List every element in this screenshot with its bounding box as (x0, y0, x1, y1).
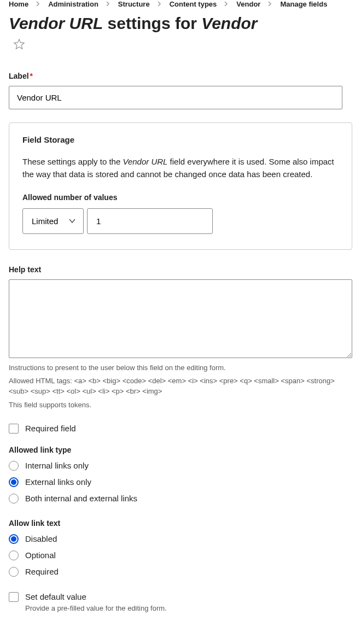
field-storage-fieldset: Field Storage These settings apply to th… (9, 122, 352, 250)
breadcrumb-item-home[interactable]: Home (9, 0, 28, 8)
label-input[interactable] (9, 86, 342, 109)
breadcrumb-item-vendor[interactable]: Vendor (236, 0, 260, 8)
set-default-value-checkbox-row[interactable]: Set default value (9, 592, 352, 602)
breadcrumb-item-structure[interactable]: Structure (118, 0, 150, 8)
radio-label: Optional (25, 551, 56, 560)
chevron-right-icon (32, 0, 45, 8)
radio-label: Internal links only (25, 461, 89, 470)
breadcrumb-item-manage-fields[interactable]: Manage fields (280, 0, 327, 8)
breadcrumb-item-content-types[interactable]: Content types (170, 0, 217, 8)
breadcrumb: Home Administration Structure Content ty… (0, 0, 361, 8)
radio-both-links[interactable]: Both internal and external links (9, 494, 352, 504)
field-storage-description: These settings apply to the Vendor URL f… (22, 155, 339, 181)
help-text-desc-1: Instructions to present to the user belo… (9, 363, 352, 373)
radio-link-text-disabled[interactable]: Disabled (9, 534, 352, 544)
radio-link-text-optional[interactable]: Optional (9, 551, 352, 560)
label-text: Label (9, 72, 29, 80)
chevron-right-icon (220, 0, 233, 8)
required-field-checkbox[interactable] (9, 424, 19, 434)
radio-internal-links[interactable]: Internal links only (9, 461, 352, 471)
radio-label: External links only (25, 477, 91, 487)
chevron-right-icon (264, 0, 277, 8)
radio-label: Both internal and external links (25, 494, 137, 503)
set-default-value-label: Set default value (25, 592, 86, 601)
help-text-desc-3: This field supports tokens. (9, 400, 352, 411)
page-title-middle: settings for (103, 14, 201, 32)
set-default-value-checkbox[interactable] (9, 592, 19, 602)
allowed-link-type-title: Allowed link type (9, 446, 352, 454)
radio-external-links[interactable]: External links only (9, 477, 352, 487)
breadcrumb-item-administration[interactable]: Administration (48, 0, 98, 8)
help-text-textarea[interactable] (9, 279, 352, 358)
radio-link-text-required[interactable]: Required (9, 567, 352, 577)
storage-desc-prefix: These settings apply to the (22, 157, 123, 166)
allowed-values-label: Allowed number of values (22, 193, 339, 202)
help-text-label: Help text (9, 265, 352, 274)
page-title-field-name: Vendor URL (9, 14, 103, 32)
chevron-right-icon (153, 0, 166, 8)
required-marker: * (30, 72, 33, 80)
cardinality-select[interactable]: Limited (22, 208, 84, 234)
required-field-label: Required field (25, 424, 76, 433)
radio-icon[interactable] (9, 461, 19, 471)
storage-desc-field-name: Vendor URL (123, 157, 167, 166)
radio-label: Required (25, 567, 59, 576)
label-field-label: Label* (9, 72, 352, 80)
page-title: Vendor URL settings for Vendor (0, 8, 361, 36)
radio-icon-checked[interactable] (9, 534, 19, 544)
field-storage-legend: Field Storage (22, 135, 339, 144)
radio-icon[interactable] (9, 567, 19, 577)
allow-link-text-title: Allow link text (9, 519, 352, 528)
star-icon[interactable] (13, 38, 25, 50)
help-text-desc-2: Allowed HTML tags: <a> <b> <big> <code> … (9, 376, 352, 397)
set-default-value-desc: Provide a pre-filled value for the editi… (25, 604, 352, 612)
radio-icon[interactable] (9, 551, 19, 560)
required-field-checkbox-row[interactable]: Required field (9, 424, 352, 434)
page-title-content-type: Vendor (201, 14, 257, 32)
radio-icon[interactable] (9, 494, 19, 504)
radio-label: Disabled (25, 534, 57, 543)
chevron-right-icon (102, 0, 115, 8)
cardinality-number-input[interactable] (87, 208, 213, 234)
radio-icon-checked[interactable] (9, 477, 19, 487)
